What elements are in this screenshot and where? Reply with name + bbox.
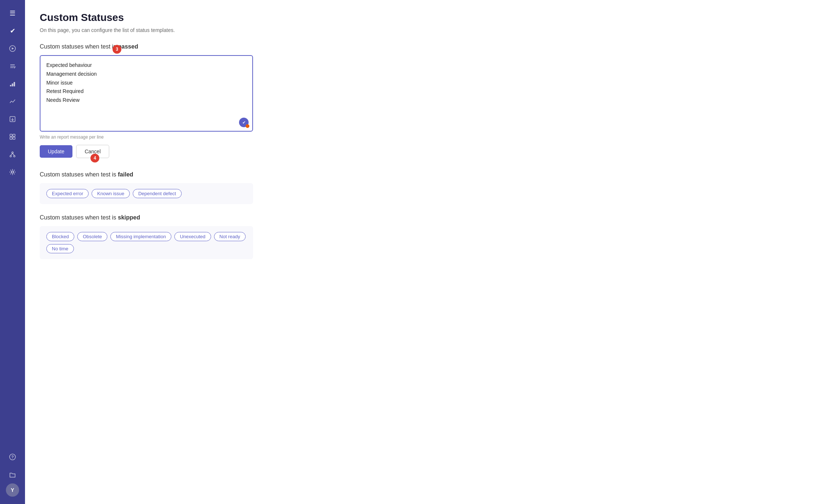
fork-icon[interactable]	[5, 147, 20, 162]
page-subtitle: On this page, you can configure the list…	[40, 27, 822, 33]
svg-rect-13	[13, 137, 15, 139]
svg-point-19	[11, 171, 14, 173]
import-icon[interactable]	[5, 112, 20, 126]
skipped-tags-box: Blocked Obsolete Missing implementation …	[40, 226, 253, 259]
main-content: Custom Statuses On this page, you can co…	[25, 0, 837, 504]
svg-point-15	[10, 156, 11, 157]
analytics-icon[interactable]	[5, 94, 20, 109]
failed-status-label: failed	[118, 171, 133, 178]
play-circle-icon[interactable]	[5, 41, 20, 56]
badge-3: 3	[113, 45, 121, 54]
passed-textarea-wrapper: Expected behaviour Management decision M…	[40, 55, 253, 132]
btn-row: Update Cancel 4	[40, 145, 822, 158]
failed-section: Custom statuses when test is failed Expe…	[40, 171, 822, 204]
check-icon[interactable]: ✔	[5, 24, 20, 38]
textarea-edit-icon: ✔	[239, 118, 249, 127]
skipped-status-label: skipped	[118, 214, 140, 221]
svg-line-18	[13, 153, 14, 156]
skipped-heading: Custom statuses when test is skipped	[40, 214, 822, 221]
svg-point-14	[12, 152, 13, 153]
page-title: Custom Statuses	[40, 12, 822, 24]
svg-rect-10	[10, 134, 12, 136]
menu-icon[interactable]: ☰	[5, 6, 20, 21]
tag-obsolete: Obsolete	[77, 232, 107, 241]
svg-marker-1	[12, 47, 14, 50]
tag-blocked: Blocked	[46, 232, 74, 241]
list-check-icon[interactable]	[5, 59, 20, 74]
svg-rect-6	[12, 83, 13, 86]
passed-section: Custom statuses when test is passed Expe…	[40, 43, 822, 158]
badge-4: 4	[90, 154, 99, 162]
skipped-section: Custom statuses when test is skipped Blo…	[40, 214, 822, 259]
svg-line-17	[11, 153, 13, 156]
tag-missing-implementation: Missing implementation	[110, 232, 171, 241]
svg-point-16	[14, 156, 15, 157]
hint-text: Write an report message per line	[40, 135, 822, 140]
settings-icon[interactable]	[5, 165, 20, 179]
avatar[interactable]: Y	[6, 483, 19, 497]
update-button[interactable]: Update	[40, 145, 72, 158]
tag-known-issue: Known issue	[92, 189, 130, 198]
chart-icon[interactable]	[5, 129, 20, 144]
tag-dependent-defect: Dependent defect	[133, 189, 182, 198]
svg-rect-5	[10, 85, 11, 86]
svg-rect-11	[13, 134, 15, 136]
steps-icon[interactable]	[5, 76, 20, 91]
tag-unexecuted: Unexecuted	[174, 232, 211, 241]
svg-text:?: ?	[11, 455, 14, 459]
passed-textarea[interactable]: Expected behaviour Management decision M…	[40, 56, 252, 129]
sidebar: ☰ ✔ ? Y	[0, 0, 25, 504]
folder-icon[interactable]	[5, 467, 20, 482]
tag-no-time: No time	[46, 244, 74, 253]
failed-heading: Custom statuses when test is failed	[40, 171, 822, 178]
tag-expected-error: Expected error	[46, 189, 89, 198]
passed-heading: Custom statuses when test is passed	[40, 43, 822, 50]
failed-tags-box: Expected error Known issue Dependent def…	[40, 183, 253, 204]
tag-not-ready: Not ready	[214, 232, 246, 241]
help-icon[interactable]: ?	[5, 450, 20, 464]
svg-rect-12	[10, 137, 12, 139]
svg-rect-7	[14, 82, 15, 86]
